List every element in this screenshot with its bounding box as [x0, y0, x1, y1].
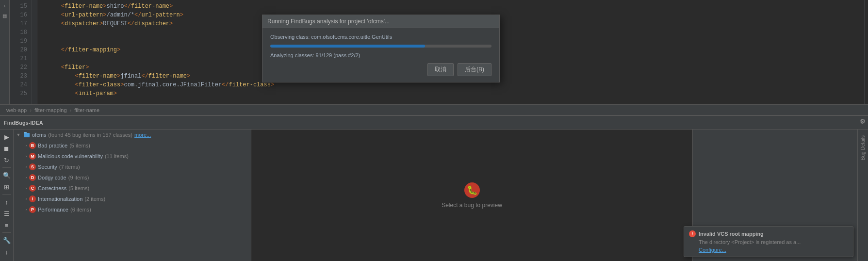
toolbar-stop-btn[interactable]: ⏹ [1, 143, 12, 154]
breadcrumb-item-2[interactable]: filter-mapping [34, 107, 67, 113]
category-security[interactable]: › S Security (7 items) [14, 162, 251, 172]
far-right-tab-strip: Bug Details [857, 130, 868, 261]
cat-expand-arrow-4[interactable]: › [23, 185, 29, 191]
toolbar-sep-2 [2, 194, 11, 195]
cat-count-5: (2 items) [84, 196, 105, 202]
editor-minimap [864, 0, 868, 104]
vcs-title-row: ! Invalid VCS root mapping [689, 230, 848, 237]
toolbar-sep-1 [2, 167, 11, 168]
category-malicious-code[interactable]: › M Malicious code vulnerability (11 ite… [14, 151, 251, 162]
bug-icon-6: P [29, 206, 36, 213]
findbugs-panel: FindBugs-IDEA ⚙ ▶ ⏹ ↻ 🔍 ⊞ ↕ ☰ ≡ 🔧 ↓ ▼ [0, 115, 868, 261]
vcs-title: Invalid VCS root mapping [699, 231, 764, 237]
project-icon [23, 131, 31, 139]
preview-bug-icon: 🐛 [464, 182, 480, 198]
dialog-title: Running FindBugs analysis for project 'o… [262, 15, 499, 28]
bug-tree-panel[interactable]: ▼ ofcms (found 45 bug items in 157 class… [14, 130, 251, 261]
cat-count-1: (11 items) [105, 153, 129, 159]
cat-expand-arrow-1[interactable]: › [23, 153, 29, 159]
category-correctness[interactable]: › C Correctness (5 items) [14, 183, 251, 194]
vcs-notification: ! Invalid VCS root mapping The directory… [684, 226, 853, 257]
findbugs-body: ▶ ⏹ ↻ 🔍 ⊞ ↕ ☰ ≡ 🔧 ↓ ▼ [0, 130, 868, 261]
cat-label-3: Dodgy code [38, 175, 66, 180]
bug-icon-5: I [29, 196, 36, 202]
bug-preview-panel: 🐛 Select a bug to preview [251, 130, 692, 261]
dialog-cancel-button[interactable]: 取消 [427, 63, 454, 76]
toolbar-settings-btn[interactable]: 🔧 [1, 235, 12, 245]
toolbar-refresh-btn[interactable]: ↻ [1, 155, 12, 165]
dialog-analyzing-row: Analyzing classes: 91/129 (pass #2/2) [270, 52, 491, 58]
vcs-body-text: The directory <Project> is registered as… [699, 239, 848, 245]
findbugs-header: FindBugs-IDEA ⚙ [0, 116, 868, 130]
toolbar-list-btn[interactable]: ☰ [1, 208, 12, 219]
findbugs-left-toolbar: ▶ ⏹ ↻ 🔍 ⊞ ↕ ☰ ≡ 🔧 ↓ [0, 130, 14, 261]
line-numbers: 15 16 17 18 19 20 21 22 23 24 25 [10, 0, 32, 104]
project-name: ofcms [32, 132, 46, 138]
nav-icon-1[interactable]: › [1, 2, 9, 10]
breadcrumb-sep-2: › [70, 107, 72, 113]
category-bad-practice[interactable]: › B Bad practice (5 items) [14, 140, 251, 151]
breadcrumb-item-1[interactable]: web-app [6, 107, 27, 113]
bug-icon-4: C [29, 185, 36, 192]
cat-label-5: Internationalization [38, 196, 82, 202]
bug-icon-1: M [29, 153, 36, 160]
cat-count-6: (6 items) [70, 207, 91, 212]
nav-icon-2[interactable]: ▦ [1, 12, 9, 19]
bug-icon-2: S [29, 163, 36, 170]
bug-detail-panel: ! Invalid VCS root mapping The directory… [692, 130, 857, 261]
toolbar-sort-btn[interactable]: ↕ [1, 196, 12, 207]
cat-count-2: (7 items) [59, 164, 80, 170]
cat-label-1: Malicious code vulnerability [38, 153, 103, 159]
cat-count-0: (5 items) [69, 143, 90, 148]
bug-icon-0: B [29, 142, 36, 149]
cat-label-0: Bad practice [38, 143, 67, 148]
toolbar-menu-btn[interactable]: ≡ [1, 220, 12, 230]
findbugs-title: FindBugs-IDEA [4, 120, 43, 126]
settings-icon[interactable]: ⚙ [857, 116, 868, 127]
bug-icon-3: D [29, 174, 36, 181]
cat-expand-arrow-5[interactable]: › [23, 196, 29, 202]
category-performance[interactable]: › P Performance (6 items) [14, 204, 251, 215]
dialog-buttons: 取消 后台(B) [270, 63, 491, 76]
left-nav-strip: › ▦ [0, 0, 10, 104]
dialog-observing-label: Observing class: com.ofsoft.cms.core.uit… [270, 34, 491, 40]
cat-expand-arrow-3[interactable]: › [23, 175, 29, 180]
bug-details-tab[interactable]: Bug Details [860, 131, 866, 164]
dialog-progress-fill [270, 45, 425, 48]
breadcrumb-item-3[interactable]: filter-name [74, 107, 99, 113]
dialog-analyzing-label: Analyzing classes: 91/129 (pass #2/2) [270, 52, 491, 58]
preview-text: Select a bug to preview [442, 202, 502, 209]
findbugs-progress-dialog: Running FindBugs analysis for project 'o… [262, 15, 500, 82]
cat-label-6: Performance [38, 207, 68, 212]
dialog-body: Observing class: com.ofsoft.cms.core.uit… [262, 28, 499, 82]
cat-label-2: Security [38, 164, 57, 170]
dialog-progress-bar-container [270, 45, 491, 48]
toolbar-run-btn[interactable]: ▶ [1, 131, 12, 142]
cat-count-3: (9 items) [68, 175, 89, 180]
toolbar-search-btn[interactable]: 🔍 [1, 170, 12, 180]
cat-count-4: (5 items) [68, 185, 89, 191]
dialog-observing-row: Observing class: com.ofsoft.cms.core.uit… [270, 34, 491, 40]
project-found-text: (found 45 bug items in 157 classes) [48, 132, 132, 138]
code-line-25: <init-param> [47, 89, 864, 98]
code-line-15: <filter-name>shiro</filter-name> [47, 2, 864, 11]
project-more-link[interactable]: more... [134, 132, 151, 138]
svg-rect-1 [24, 132, 27, 133]
toolbar-export-btn[interactable]: ↓ [1, 246, 12, 257]
cat-expand-arrow-0[interactable]: › [23, 143, 29, 148]
editor-area: › ▦ 15 16 17 18 19 20 21 22 23 24 25 <fi… [0, 0, 868, 104]
category-dodgy-code[interactable]: › D Dodgy code (9 items) [14, 172, 251, 183]
category-internationalization[interactable]: › I Internationalization (2 items) [14, 194, 251, 204]
dialog-background-button[interactable]: 后台(B) [458, 63, 491, 76]
project-row[interactable]: ▼ ofcms (found 45 bug items in 157 class… [14, 130, 251, 140]
cat-expand-arrow-6[interactable]: › [23, 207, 29, 212]
project-expand-arrow[interactable]: ▼ [16, 132, 21, 138]
toolbar-sep-3 [2, 232, 11, 233]
svg-rect-0 [24, 133, 30, 137]
toolbar-expand-btn[interactable]: ⊞ [1, 181, 12, 192]
breadcrumb-bar: web-app › filter-mapping › filter-name [0, 104, 868, 115]
vcs-configure-link[interactable]: Configure... [699, 247, 726, 253]
breadcrumb-sep-1: › [30, 107, 32, 113]
gutter-fold [32, 0, 37, 104]
cat-expand-arrow-2[interactable]: › [23, 164, 29, 170]
